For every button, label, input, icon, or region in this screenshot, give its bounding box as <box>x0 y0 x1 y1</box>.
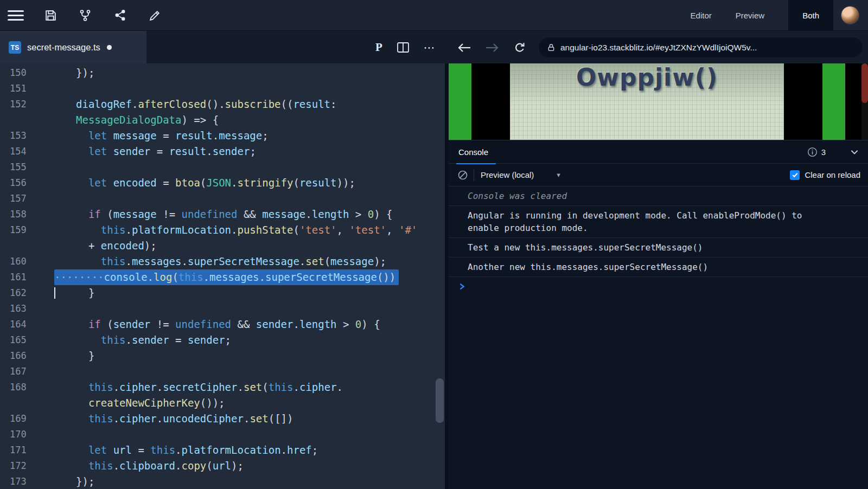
avatar[interactable] <box>841 6 859 24</box>
console-input-row[interactable] <box>449 277 868 296</box>
more-options-button[interactable]: ⋯ <box>424 41 436 54</box>
code-row[interactable]: 151 <box>0 81 445 96</box>
line-number[interactable]: 165 <box>0 332 54 348</box>
code-row[interactable]: 169 this.cipher.uncodedCipher.set([]) <box>0 411 445 427</box>
code-line-content: let url = this.platformLocation.href; <box>54 442 445 458</box>
view-mode-editor[interactable]: Editor <box>691 11 712 20</box>
console-message-count: 3 <box>821 147 826 157</box>
code-row[interactable]: 172 this.clipboard.copy(url); <box>0 458 445 474</box>
line-number[interactable]: 155 <box>0 159 54 175</box>
line-number[interactable]: 164 <box>0 317 54 332</box>
line-number[interactable]: 172 <box>0 458 54 474</box>
clear-on-reload-checkbox[interactable] <box>790 170 800 180</box>
share-button[interactable] <box>111 6 129 24</box>
line-number[interactable] <box>0 395 54 411</box>
code-row[interactable]: 168 this.cipher.secretCipher.set(this.ci… <box>0 379 445 395</box>
dropdown-caret-icon[interactable]: ▾ <box>557 171 560 179</box>
code-row[interactable]: 171 let url = this.platformLocation.href… <box>0 442 445 458</box>
line-number[interactable]: 168 <box>0 379 54 395</box>
pane-divider[interactable] <box>445 63 449 489</box>
code-row[interactable]: 160 this.messages.superSecretMessage.set… <box>0 254 445 269</box>
code-line-content: this.cipher.uncodedCipher.set([]) <box>54 411 445 427</box>
code-row[interactable]: 164 if (sender != undefined && sender.le… <box>0 317 445 332</box>
line-number[interactable]: 160 <box>0 254 54 269</box>
line-number[interactable]: 161 <box>0 269 54 285</box>
line-number[interactable]: 157 <box>0 191 54 207</box>
line-number[interactable]: 170 <box>0 427 54 442</box>
line-number[interactable]: 159 <box>0 222 54 238</box>
console-row: Console was cleared <box>449 186 868 206</box>
code-row[interactable]: 167 <box>0 364 445 379</box>
view-mode-preview[interactable]: Preview <box>736 11 764 20</box>
line-number[interactable] <box>0 238 54 254</box>
line-number[interactable]: 163 <box>0 301 54 317</box>
line-number[interactable]: 152 <box>0 96 54 112</box>
save-button[interactable] <box>41 6 60 24</box>
back-button[interactable] <box>457 41 471 54</box>
preview-scrollbar[interactable] <box>861 63 868 140</box>
code-row[interactable]: + encoded); <box>0 238 445 254</box>
code-row[interactable]: 158 if (message != undefined && message.… <box>0 207 445 222</box>
code-row[interactable]: 161········console.log(this.messages.sup… <box>0 269 445 285</box>
line-number[interactable]: 173 <box>0 474 54 489</box>
code-row[interactable]: 170 <box>0 427 445 442</box>
code-row[interactable]: 159 this.platformLocation.pushState('tes… <box>0 222 445 238</box>
menu-button[interactable] <box>7 6 25 24</box>
line-number[interactable]: 154 <box>0 144 54 159</box>
code-editor[interactable]: 150});151152dialogRef.afterClosed().subs… <box>0 63 445 489</box>
code-row[interactable]: MessageDialogData) => { <box>0 112 445 128</box>
console-tab[interactable]: Console <box>458 140 488 164</box>
code-row[interactable]: 150}); <box>0 65 445 81</box>
tab-secret-message[interactable]: TS secret-message.ts <box>0 31 146 64</box>
view-mode-both[interactable]: Both <box>788 0 833 30</box>
code-row[interactable]: createNewCipherKey()); <box>0 395 445 411</box>
console-context-dropdown[interactable]: Preview (local) <box>481 170 534 179</box>
line-number[interactable]: 158 <box>0 207 54 222</box>
line-number[interactable]: 153 <box>0 128 54 144</box>
code-row[interactable]: 153 let message = result.message; <box>0 128 445 144</box>
line-number[interactable]: 156 <box>0 175 54 191</box>
line-number[interactable]: 169 <box>0 411 54 427</box>
edit-button[interactable] <box>145 6 164 24</box>
code-row[interactable]: 157 <box>0 191 445 207</box>
code-row[interactable]: 166 } <box>0 348 445 364</box>
refresh-button[interactable] <box>513 41 526 54</box>
code-line-content: this.clipboard.copy(url); <box>54 458 445 474</box>
preview-scrollbar-thumb[interactable] <box>861 63 868 103</box>
preview-green-bar-right <box>822 63 845 140</box>
line-number[interactable]: 171 <box>0 442 54 458</box>
code-row[interactable]: 165 this.sender = sender; <box>0 332 445 348</box>
console-header: Console 3 <box>449 140 868 164</box>
code-line-content <box>54 301 445 317</box>
line-number[interactable] <box>0 112 54 128</box>
editor-scrollbar[interactable] <box>436 378 444 423</box>
pencil-icon <box>148 9 162 22</box>
line-number[interactable]: 166 <box>0 348 54 364</box>
split-editor-button[interactable] <box>397 42 409 53</box>
code-row[interactable]: 154 let sender = result.sender; <box>0 144 445 159</box>
clear-on-reload-label[interactable]: Clear on reload <box>805 170 860 179</box>
arrow-left-icon <box>457 41 471 54</box>
line-number[interactable]: 162 <box>0 285 54 301</box>
code-line-content: this.platformLocation.pushState('test', … <box>54 222 445 238</box>
forward-button[interactable] <box>485 41 500 54</box>
line-number[interactable]: 150 <box>0 65 54 81</box>
code-line-content: } <box>54 285 445 301</box>
url-text: angular-io23.stackblitz.io/#eyJtZXNzYWdl… <box>560 43 757 53</box>
line-number[interactable]: 167 <box>0 364 54 379</box>
app-preview: Owppjiw() <box>449 63 868 140</box>
code-line-content <box>54 81 445 96</box>
fork-icon <box>79 9 92 22</box>
url-bar[interactable]: angular-io23.stackblitz.io/#eyJtZXNzYWdl… <box>539 37 863 57</box>
code-row[interactable]: 152dialogRef.afterClosed().subscribe((re… <box>0 96 445 112</box>
code-row[interactable]: 155 <box>0 159 445 175</box>
console-collapse-button[interactable] <box>850 147 859 157</box>
clear-console-button[interactable] <box>457 170 468 181</box>
fork-button[interactable] <box>76 6 94 24</box>
code-row[interactable]: 163 <box>0 301 445 317</box>
code-row[interactable]: 162 } <box>0 285 445 301</box>
line-number[interactable]: 151 <box>0 81 54 96</box>
prettier-button[interactable]: P <box>375 41 382 54</box>
code-row[interactable]: 156 let encoded = btoa(JSON.stringify(re… <box>0 175 445 191</box>
code-row[interactable]: 173}); <box>0 474 445 489</box>
